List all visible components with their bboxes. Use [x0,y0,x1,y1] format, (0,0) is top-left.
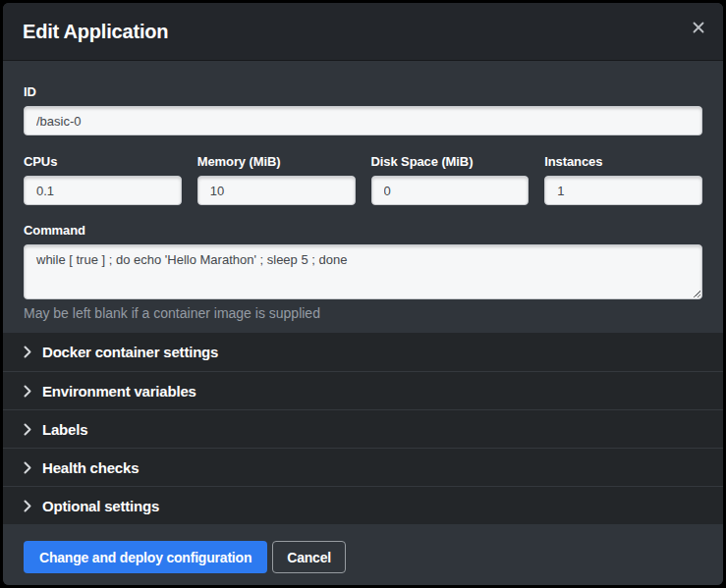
close-icon [693,22,704,33]
command-label: Command [24,223,702,238]
id-input[interactable] [24,106,702,135]
change-and-deploy-button[interactable]: Change and deploy configuration [24,541,267,573]
section-docker-container-settings[interactable]: Docker container settings [3,333,723,371]
id-label: ID [24,84,702,99]
memory-input[interactable] [197,176,356,205]
command-field-group: Command while [ true ] ; do echo 'Hello … [24,223,702,321]
close-button[interactable] [686,15,711,40]
section-labels[interactable]: Labels [3,409,723,448]
chevron-right-icon [24,461,31,474]
section-label: Docker container settings [42,344,218,360]
modal-title: Edit Application [23,21,168,43]
chevron-right-icon [24,385,31,398]
collapsible-sections: Docker container settings Environment va… [3,333,723,524]
chevron-right-icon [24,346,31,358]
instances-field-group: Instances [544,154,702,205]
memory-label: Memory (MiB) [197,154,356,169]
chevron-right-icon [24,423,31,436]
instances-input[interactable] [544,176,702,205]
application-form: ID CPUs Memory (MiB) Disk Space (MiB) In… [3,61,723,333]
memory-field-group: Memory (MiB) [197,154,356,205]
command-help-text: May be left blank if a container image i… [24,305,702,321]
cancel-button[interactable]: Cancel [272,541,346,573]
id-field-group: ID [24,84,702,135]
cpus-field-group: CPUs [24,154,182,205]
section-environment-variables[interactable]: Environment variables [3,371,723,409]
section-label: Health checks [42,459,139,476]
disk-space-label: Disk Space (MiB) [371,154,530,169]
disk-space-field-group: Disk Space (MiB) [371,154,530,205]
section-label: Labels [42,421,87,438]
resource-fields-row: CPUs Memory (MiB) Disk Space (MiB) Insta… [24,154,702,205]
cpus-label: CPUs [24,154,182,169]
disk-space-input[interactable] [371,176,530,205]
section-health-checks[interactable]: Health checks [3,448,723,486]
section-optional-settings[interactable]: Optional settings [3,486,723,524]
cpus-input[interactable] [24,176,182,205]
chevron-right-icon [24,500,31,512]
section-label: Environment variables [42,383,196,400]
instances-label: Instances [544,154,702,169]
modal-footer: Change and deploy configuration Cancel [3,524,723,585]
section-label: Optional settings [42,498,159,514]
command-textarea[interactable]: while [ true ] ; do echo 'Hello Marathon… [24,244,702,299]
edit-application-modal: Edit Application ID CPUs Memory (MiB) Di… [3,3,723,585]
modal-header: Edit Application [3,3,723,61]
